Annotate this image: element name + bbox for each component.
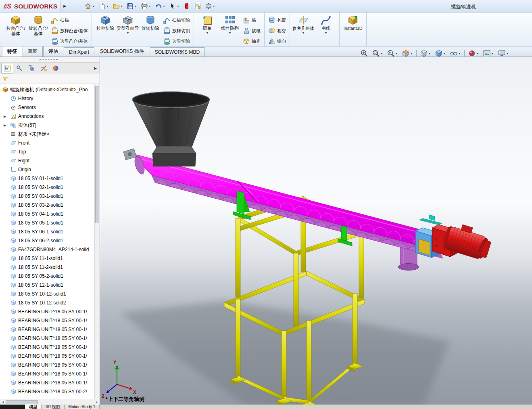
tree-item[interactable]: ▶AAnnotations	[0, 112, 94, 121]
dropdown-caret-icon[interactable]: ▼	[302, 31, 305, 35]
tree-item[interactable]: BEARING UNIT^18 05 SY 00-1/	[0, 307, 94, 316]
command-tab-3[interactable]: DimXpert	[64, 47, 94, 57]
expand-arrow-icon[interactable]: ▶	[4, 124, 6, 127]
dropdown-caret-icon[interactable]: ▼	[395, 52, 398, 55]
tree-item[interactable]: 18 05 SY 10-12-solid1	[0, 289, 94, 298]
tree-item[interactable]: 18 05 SY 04-1-solid1	[0, 210, 94, 218]
tree-item[interactable]: 18 05 SY 06-2-solid1	[0, 236, 94, 245]
panel-tab-propertymanager[interactable]	[13, 63, 25, 73]
scrollbar-thumb[interactable]	[95, 86, 99, 223]
command-tab-4[interactable]: SOLIDWORKS 插件	[95, 46, 149, 57]
color-swatch-button[interactable]	[182, 1, 192, 11]
tree-root-item[interactable]: 螺旋输送机 (Default<<Default>_Pho	[0, 85, 94, 94]
tree-item[interactable]: Origin	[0, 165, 94, 174]
panel-tab-featuremanager[interactable]	[1, 63, 13, 73]
tree-vertical-scrollbar[interactable]	[94, 84, 100, 399]
ribbon-button-cut-extrude[interactable]: 拉伸切除	[94, 14, 117, 31]
select-button[interactable]: ▼	[168, 1, 181, 11]
dropdown-caret-icon[interactable]: ▼	[213, 5, 215, 8]
tree-item[interactable]: BEARING UNIT^18 05 SY 00-1/	[0, 316, 94, 325]
display-style-button[interactable]: ▼	[434, 49, 446, 58]
print-button[interactable]: ▼	[140, 1, 152, 11]
ribbon-button-instant3d[interactable]: Instant3D	[342, 14, 364, 31]
ribbon-button-cut-revolve[interactable]: 旋转切除	[139, 14, 162, 31]
ribbon-button-linear-pattern[interactable]: 线性阵列▼	[219, 14, 241, 35]
tree-item[interactable]: 18 05 SY 06-1-solid1	[0, 227, 94, 236]
scroll-left-icon[interactable]: ◂	[0, 399, 6, 405]
ribbon-button-wrap[interactable]: 包覆	[267, 15, 288, 25]
tree-item[interactable]: BEARING UNIT^18 05 SY 00-1/	[0, 325, 94, 334]
zoom-fit-button[interactable]	[360, 49, 369, 58]
solidworks-logo[interactable]: ∂S SOLIDWORKS	[0, 0, 61, 12]
screw-flights[interactable]	[155, 180, 434, 256]
shaft-clamp-teal[interactable]	[419, 215, 442, 225]
panel-tab-displaymanager[interactable]	[50, 63, 62, 73]
dropdown-caret-icon[interactable]: ▼	[127, 31, 129, 35]
zoom-area-button[interactable]: ▼	[371, 49, 384, 58]
tree-item[interactable]: FA47GDRN80M4_AP214-1-solid	[0, 245, 94, 254]
panel-tab-configurationmanager[interactable]	[25, 63, 38, 73]
dropdown-caret-icon[interactable]: ▼	[120, 5, 123, 8]
dropdown-caret-icon[interactable]: ▼	[206, 31, 209, 35]
tree-item[interactable]: BEARING UNIT^18 05 SY 00-1/	[0, 334, 94, 343]
dropdown-caret-icon[interactable]: ▼	[163, 5, 165, 8]
dropdown-caret-icon[interactable]: ▼	[443, 52, 446, 55]
scroll-right-icon[interactable]: ▸	[94, 399, 100, 405]
edit-appearance-button[interactable]: ▼	[467, 49, 480, 58]
tree-item[interactable]: 18 05 SY 10-12-solid2	[0, 298, 94, 307]
tree-item[interactable]: ▶实体(67)	[0, 121, 94, 130]
tree-item[interactable]: Right	[0, 156, 94, 165]
tree-item[interactable]: Top	[0, 147, 94, 156]
feed-hopper[interactable]	[132, 92, 210, 166]
dropdown-caret-icon[interactable]: ▼	[106, 5, 109, 8]
ribbon-button-curves[interactable]: 曲线▼	[315, 14, 337, 35]
ribbon-button-mirror[interactable]: 镜向	[267, 36, 288, 46]
hide-show-items-button[interactable]: ▼	[449, 49, 461, 58]
document-tab-0[interactable]: 模型	[25, 405, 42, 409]
ribbon-button-shell[interactable]: 抽壳	[241, 36, 262, 46]
tree-item[interactable]: 18 05 SY 01-1-solid1	[0, 174, 94, 183]
tree-item[interactable]: 18 05 SY 03-2-solid1	[0, 201, 94, 210]
tree-item[interactable]: 18 05 SY 05-1-solid1	[0, 218, 94, 227]
ribbon-button-draft[interactable]: 拔模	[241, 26, 262, 36]
apply-scene-button[interactable]: ▼	[482, 49, 494, 58]
command-tab-5[interactable]: SOLIDWORKS MBD	[150, 47, 205, 57]
tree-item[interactable]: Sensors	[0, 103, 94, 112]
panel-tab-overflow-icon[interactable]: ▶	[94, 66, 100, 70]
panel-splitter-grip[interactable]	[0, 57, 100, 62]
expand-arrow-icon[interactable]: ▶	[4, 115, 6, 118]
new-document-button[interactable]: ▼	[97, 1, 110, 11]
ribbon-button-fillet[interactable]: 圆角▼	[196, 14, 219, 35]
ribbon-button-loft[interactable]: 放样凸台/基体	[50, 26, 90, 36]
tree-item[interactable]: BEARING UNIT^18 05 SY 00-1/	[0, 343, 94, 352]
ribbon-button-sweep[interactable]: 扫描	[50, 15, 90, 25]
dropdown-caret-icon[interactable]: ▼	[325, 31, 328, 35]
dropdown-caret-icon[interactable]: ▼	[177, 5, 179, 8]
ribbon-button-revolve-boss[interactable]: 旋转凸台/基体	[27, 14, 50, 36]
home-button[interactable]: ▼	[83, 1, 96, 11]
tree-item[interactable]: 18 05 SY 11-1-solid1	[0, 254, 94, 263]
dropdown-caret-icon[interactable]: ▼	[92, 5, 95, 8]
command-tab-2[interactable]: 评估	[43, 46, 63, 57]
dropdown-caret-icon[interactable]: ▼	[491, 52, 494, 55]
dropdown-caret-icon[interactable]: ▼	[458, 52, 461, 55]
tree-item[interactable]: BEARING UNIT^18 05 SY 00-1/	[0, 361, 94, 369]
panel-tab-dimxpertmanager[interactable]	[38, 63, 50, 73]
dropdown-caret-icon[interactable]: ▼	[148, 5, 151, 8]
tree-item[interactable]: History	[0, 94, 94, 103]
tree-item[interactable]: 材质 <未指定>	[0, 130, 94, 138]
dropdown-caret-icon[interactable]: ▼	[428, 52, 431, 55]
properties-button[interactable]	[193, 1, 202, 11]
tree-item[interactable]: 18 05 SY 11-2-solid1	[0, 263, 94, 272]
ribbon-button-rib[interactable]: 筋	[241, 15, 262, 25]
tree-item[interactable]: BEARING UNIT^18 05 SY 00-1/	[0, 369, 94, 378]
ribbon-button-cut-boundary[interactable]: 边界切除	[162, 36, 192, 46]
dropdown-caret-icon[interactable]: ▼	[506, 52, 509, 55]
end-bearing-gray[interactable]	[123, 149, 136, 160]
previous-view-button[interactable]: ▼	[386, 49, 398, 58]
dropdown-caret-icon[interactable]: ▼	[380, 52, 383, 55]
ribbon-button-boundary-boss[interactable]: 边界凸台/基体	[50, 36, 90, 46]
tree-item[interactable]: BEARING UNIT^18 05 SY 00-1/	[0, 378, 94, 387]
tree-item[interactable]: Front	[0, 138, 94, 147]
command-tab-1[interactable]: 草图	[23, 46, 43, 57]
